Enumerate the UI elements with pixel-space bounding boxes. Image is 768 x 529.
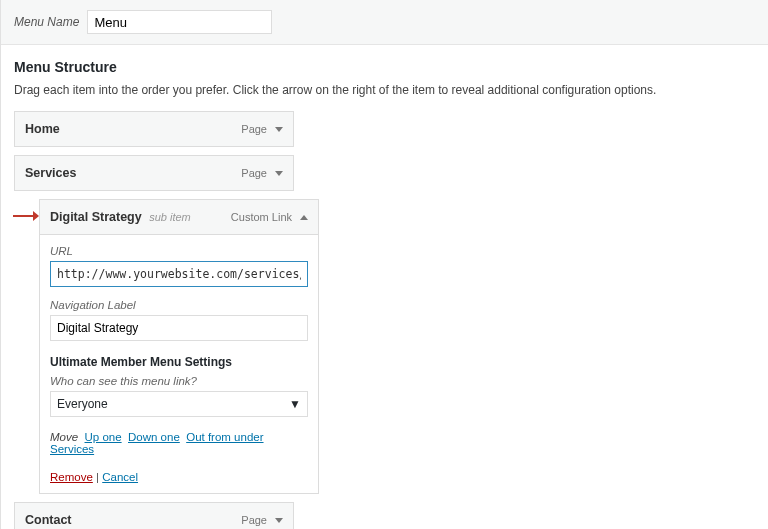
menu-item-title: Digital Strategy sub item [50, 210, 191, 224]
menu-name-input[interactable] [87, 10, 272, 34]
callout-arrow-icon [13, 209, 39, 223]
menu-item-type: Page [241, 514, 267, 526]
menu-item-type: Custom Link [231, 211, 292, 223]
navigation-label-input[interactable] [50, 315, 308, 341]
url-field-label: URL [50, 245, 308, 257]
chevron-down-icon[interactable] [275, 171, 283, 176]
cancel-link[interactable]: Cancel [102, 471, 138, 483]
navigation-label-field-label: Navigation Label [50, 299, 308, 311]
menu-structure-hint: Drag each item into the order you prefer… [14, 83, 754, 97]
menu-item-type: Page [241, 167, 267, 179]
left-border [0, 0, 1, 529]
menu-structure-body: Menu Structure Drag each item into the o… [0, 45, 768, 529]
menu-structure-heading: Menu Structure [14, 59, 754, 75]
url-input[interactable] [50, 261, 308, 287]
menu-item-title: Contact [25, 513, 72, 527]
menu-name-label: Menu Name [14, 15, 79, 29]
menu-item-home[interactable]: Home Page [14, 111, 294, 147]
chevron-down-icon[interactable] [275, 127, 283, 132]
select-caret-icon: ▼ [289, 398, 301, 410]
menu-item-digital-strategy[interactable]: Digital Strategy sub item Custom Link [39, 199, 319, 235]
menu-item-contact[interactable]: Contact Page [14, 502, 294, 529]
menu-name-bar: Menu Name [0, 0, 768, 45]
sub-item-tag: sub item [149, 211, 191, 223]
remove-row: Remove | Cancel [50, 471, 308, 483]
move-row: Move Up one Down one Out from under Serv… [50, 431, 308, 455]
menu-item-settings-panel: URL Navigation Label Ultimate Member Men… [39, 235, 319, 494]
menu-item-type: Page [241, 123, 267, 135]
move-up-one-link[interactable]: Up one [85, 431, 122, 443]
menu-item-title-text: Digital Strategy [50, 210, 142, 224]
menu-item-title: Home [25, 122, 60, 136]
ultimate-member-heading: Ultimate Member Menu Settings [50, 355, 308, 369]
chevron-down-icon[interactable] [275, 518, 283, 523]
menu-item-title: Services [25, 166, 76, 180]
who-can-see-value: Everyone [57, 397, 108, 411]
who-can-see-select[interactable]: Everyone ▼ [50, 391, 308, 417]
chevron-up-icon[interactable] [300, 215, 308, 220]
move-down-one-link[interactable]: Down one [128, 431, 180, 443]
sub-item-wrap: Digital Strategy sub item Custom Link UR… [39, 199, 319, 494]
menu-item-services[interactable]: Services Page [14, 155, 294, 191]
who-can-see-label: Who can see this menu link? [50, 375, 308, 387]
move-label: Move [50, 431, 78, 443]
remove-link[interactable]: Remove [50, 471, 93, 483]
